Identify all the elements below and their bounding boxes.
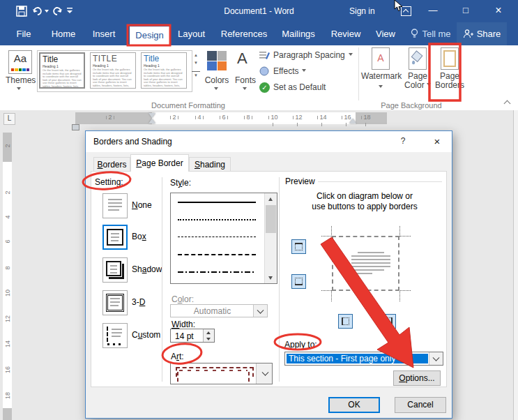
style-option[interactable] bbox=[178, 237, 256, 237]
dropdown-arrow-icon bbox=[427, 83, 431, 88]
checkmark-icon: ✓ bbox=[259, 82, 270, 93]
top-border-button[interactable] bbox=[291, 239, 306, 254]
apply-to-combobox[interactable]: This section - First page only bbox=[284, 352, 443, 366]
style-list-scrollbar[interactable] bbox=[264, 193, 277, 283]
tab-design[interactable]: Design bbox=[130, 27, 169, 45]
ok-button[interactable]: OK bbox=[328, 397, 380, 413]
first-line-indent-marker[interactable] bbox=[148, 113, 155, 118]
gallery-scroll-up-icon[interactable]: ▲ bbox=[192, 52, 200, 59]
style-option[interactable] bbox=[178, 219, 256, 220]
style-set-card[interactable]: Title Heading 1 On the Insert tab, the g… bbox=[141, 52, 187, 89]
color-combobox[interactable]: Automatic bbox=[170, 304, 268, 317]
setting-box-label[interactable]: Box bbox=[132, 232, 146, 241]
scroll-up-icon[interactable] bbox=[265, 193, 277, 204]
share-button[interactable]: Share bbox=[457, 22, 507, 45]
dialog-tab-borders[interactable]: Borders bbox=[93, 157, 130, 172]
vertical-ruler: 2 2 4 6 8 10 12 14 16 18 bbox=[3, 133, 12, 420]
tab-insert[interactable]: Insert bbox=[87, 22, 121, 45]
setting-3d-label[interactable]: 3-D bbox=[132, 297, 145, 307]
ribbon-display-options-icon[interactable] bbox=[401, 6, 411, 16]
setting-none-icon[interactable] bbox=[102, 193, 128, 218]
dialog-close-button[interactable]: × bbox=[427, 133, 447, 151]
style-option[interactable] bbox=[178, 202, 256, 203]
page-borders-button[interactable]: Page Borders bbox=[434, 47, 465, 90]
save-icon[interactable] bbox=[15, 5, 28, 17]
fonts-button[interactable]: Fonts bbox=[231, 75, 260, 85]
sign-in-link[interactable]: Sign in bbox=[349, 6, 375, 16]
art-dropdown-button[interactable] bbox=[256, 363, 272, 384]
tab-stop-selector[interactable]: L bbox=[3, 113, 15, 125]
tab-home[interactable]: Home bbox=[47, 22, 79, 45]
corner-tick bbox=[400, 290, 411, 291]
gallery-scroll-down-icon[interactable]: ▼ bbox=[192, 59, 200, 67]
paragraph-spacing-button[interactable]: Paragraph Spacing bbox=[259, 50, 353, 61]
preview-instruction: Click on diagram below or use buttons to… bbox=[286, 191, 443, 212]
watermark-button[interactable]: A Watermark bbox=[361, 47, 400, 93]
setting-3d-icon[interactable] bbox=[102, 290, 128, 315]
left-border-button[interactable] bbox=[338, 314, 353, 329]
style-set-gallery: Title Heading 1 On the Insert tab, the g… bbox=[37, 50, 192, 92]
group-separator bbox=[358, 47, 359, 100]
tab-references[interactable]: References bbox=[219, 22, 269, 45]
cancel-button[interactable]: Cancel bbox=[395, 397, 446, 413]
preview-label: Preview bbox=[285, 177, 315, 186]
style-set-card[interactable]: TITLE Heading 1 On the Insert tab, the g… bbox=[90, 52, 136, 89]
hanging-indent-marker[interactable] bbox=[148, 119, 155, 123]
setting-shadow-label[interactable]: Shadow bbox=[132, 264, 162, 274]
tab-tell-me[interactable]: Tell me bbox=[406, 22, 455, 45]
style-option[interactable] bbox=[178, 254, 256, 255]
spin-up-icon[interactable] bbox=[204, 329, 214, 336]
dialog-tab-page-border[interactable]: Page Border bbox=[130, 154, 189, 172]
redo-icon[interactable] bbox=[52, 5, 63, 16]
maximize-button[interactable]: □ bbox=[457, 0, 474, 22]
customize-qat-icon[interactable] bbox=[66, 7, 73, 15]
art-combobox[interactable] bbox=[170, 363, 273, 384]
undo-dropdown-arrow-icon[interactable] bbox=[45, 10, 49, 15]
tab-file[interactable]: File bbox=[11, 22, 36, 45]
scrollbar-thumb[interactable] bbox=[266, 205, 276, 233]
style-option[interactable] bbox=[178, 271, 256, 273]
apply-to-dropdown-button[interactable] bbox=[429, 352, 443, 365]
watermark-icon: A bbox=[372, 47, 390, 70]
color-dropdown-button[interactable] bbox=[253, 305, 267, 317]
fonts-icon: A bbox=[237, 50, 247, 68]
tab-mailings[interactable]: Mailings bbox=[278, 22, 319, 45]
left-indent-marker[interactable] bbox=[72, 124, 79, 130]
themes-button[interactable]: Themes bbox=[6, 75, 35, 85]
setting-custom-icon[interactable] bbox=[102, 323, 128, 348]
colors-dropdown-arrow-icon bbox=[214, 87, 218, 92]
right-indent-marker[interactable] bbox=[349, 119, 356, 123]
effects-button[interactable]: Effects bbox=[259, 66, 306, 77]
style-set-card[interactable]: Title Heading 1 On the Insert tab, the g… bbox=[39, 52, 85, 89]
style-listbox[interactable] bbox=[170, 193, 277, 284]
tab-review[interactable]: Review bbox=[328, 22, 364, 45]
colors-button[interactable]: Colors bbox=[201, 75, 233, 85]
close-button[interactable]: × bbox=[488, 0, 509, 22]
setting-none-label[interactable]: None bbox=[132, 200, 152, 210]
setting-box-icon[interactable] bbox=[102, 225, 128, 250]
corner-tick bbox=[321, 290, 332, 291]
spin-down-icon[interactable] bbox=[204, 336, 214, 342]
undo-icon[interactable] bbox=[32, 5, 43, 16]
vertical-scrollbar[interactable] bbox=[513, 110, 518, 420]
right-border-button[interactable] bbox=[381, 314, 396, 329]
setting-shadow-icon[interactable] bbox=[102, 257, 128, 283]
gallery-more-icon[interactable]: ▼ bbox=[192, 71, 200, 80]
tab-layout[interactable]: Layout bbox=[174, 22, 208, 45]
minimize-button[interactable]: — bbox=[425, 0, 441, 22]
colors-icon bbox=[207, 51, 227, 70]
page-color-button[interactable]: Page Color bbox=[402, 47, 433, 90]
dialog-help-button[interactable]: ? bbox=[398, 136, 408, 146]
bottom-border-button[interactable] bbox=[291, 274, 306, 289]
collapse-ribbon-icon[interactable] bbox=[504, 99, 510, 105]
page-color-icon bbox=[409, 47, 427, 70]
width-spinner[interactable]: 14 pt bbox=[170, 329, 215, 343]
scroll-down-icon[interactable] bbox=[265, 272, 277, 283]
setting-custom-label[interactable]: Custom bbox=[132, 330, 160, 340]
dialog-title: Borders and Shading bbox=[93, 137, 172, 147]
tab-view[interactable]: View bbox=[372, 22, 399, 45]
dialog-tab-shading[interactable]: Shading bbox=[189, 157, 231, 172]
set-as-default-button[interactable]: ✓ Set as Default bbox=[259, 82, 326, 93]
title-bar: Document1 - Word Sign in — □ × bbox=[0, 0, 518, 22]
options-button[interactable]: Options... bbox=[393, 370, 441, 386]
